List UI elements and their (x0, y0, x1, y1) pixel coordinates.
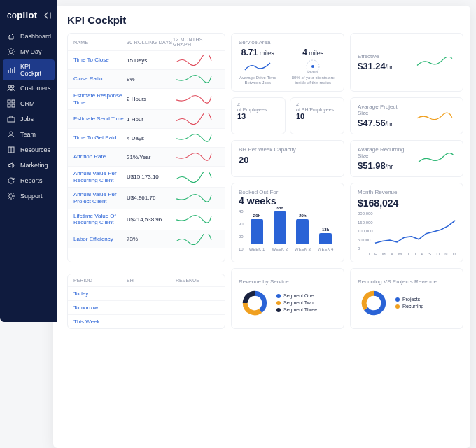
legend-item: Segment Two (276, 300, 317, 305)
sidebar-item-label: Jobs (20, 115, 34, 122)
sparkline (173, 151, 215, 162)
kpi-row[interactable]: Labor Efficiency73% (68, 230, 225, 248)
card-title: Avarage Project Size (358, 104, 410, 116)
column-header: 12 MONTHS GRAPH (173, 37, 220, 47)
kpi-row[interactable]: Estimate Response Time2 Hours (68, 88, 225, 109)
nav: DashboardMy DayKPI CockpitCustomersCRMJo… (0, 29, 57, 204)
booked-out-card: Booked Out For 4 weeks 40302010 29hWEEK … (231, 183, 344, 262)
kpi-value: 8% (127, 76, 173, 83)
kpi-name: Lifetime Value Of Recurring Client (74, 213, 127, 226)
sidebar-item-label: Resources (20, 146, 50, 153)
period-row[interactable]: Today (68, 286, 225, 300)
sidebar-item-reports[interactable]: Reports (0, 173, 57, 188)
chart-icon (7, 66, 15, 74)
sparkline (173, 74, 215, 85)
bar-col: 29hWEEK 3 (295, 214, 311, 251)
kpi-name: Estimate Send Time (74, 115, 127, 122)
briefcase-icon (7, 115, 15, 123)
card-title: BH Per Week Capacity (239, 146, 337, 153)
sidebar-item-label: CRM (20, 100, 35, 107)
sidebar-item-marketing[interactable]: Marketing (0, 158, 57, 173)
column-header: NAME (74, 40, 127, 45)
sidebar-item-customers[interactable]: Customers (0, 80, 57, 96)
collapse-sidebar-icon[interactable] (42, 10, 52, 20)
book-icon (7, 146, 15, 154)
period-table: PERIODBHREVENUETodayTomorrowThis Week (67, 274, 225, 329)
sidebar-item-my-day[interactable]: My Day (0, 44, 57, 59)
service-area-sub-1: Avarage Drive Time Between Jobs (239, 76, 276, 85)
svg-point-8 (10, 132, 13, 134)
kpi-name: Estimate Response Time (74, 92, 127, 106)
svg-rect-4 (12, 100, 15, 103)
svg-text:Radius: Radius (307, 70, 318, 74)
svg-point-2 (11, 85, 14, 88)
sidebar-item-crm[interactable]: CRM (0, 96, 57, 111)
sidebar-item-team[interactable]: Team (0, 127, 57, 142)
gear-icon (7, 192, 15, 200)
svg-rect-5 (8, 104, 10, 107)
column-header: PERIOD (74, 278, 127, 283)
sidebar-item-dashboard[interactable]: Dashboard (0, 29, 57, 44)
legend-item: Segment Three (276, 307, 317, 312)
kpi-row[interactable]: Estimate Send Time1 Hour (68, 109, 225, 128)
megaphone-icon (7, 161, 15, 169)
kpi-value: 4 Days (127, 135, 173, 141)
sidebar-item-label: My Day (20, 48, 42, 55)
sidebar-item-kpi-cockpit[interactable]: KPI Cockpit (3, 59, 55, 80)
kpi-value: 1 Hour (127, 116, 173, 122)
kpi-row[interactable]: Close Ratio8% (68, 69, 225, 88)
kpi-row[interactable]: Attrition Rate21%/Year (68, 147, 225, 166)
page-title: KPI Cockpit (67, 14, 461, 26)
svg-rect-7 (8, 118, 15, 122)
card-title: Revenue by Service (239, 279, 337, 285)
kpi-value: U$4,861.76 (127, 195, 173, 201)
avg-recurring-card: Avarage Recurring Size $51.98/hr (350, 140, 463, 177)
kpi-row[interactable]: Annual Value Per Project ClientU$4,861.7… (68, 187, 225, 208)
card-title: Service Area (239, 39, 337, 46)
sparkline (173, 192, 215, 204)
bar-col: 38hWEEK 2 (272, 206, 288, 252)
svg-point-10 (10, 195, 13, 197)
kpi-row[interactable]: Time To Close15 Days (68, 50, 225, 69)
kpi-row[interactable]: Time To Get Paid4 Days (68, 128, 225, 147)
avg-project-card: Avarage Project Size $47.56/hr (350, 97, 463, 134)
sparkline (173, 234, 215, 245)
kpi-table: NAME30 ROLLING DAYS12 MONTHS GRAPHTime T… (67, 33, 225, 262)
kpi-value: U$15,173.10 (127, 174, 173, 180)
kpi-name: Annual Value Per Recurring Client (74, 170, 127, 183)
period-row[interactable]: This Week (68, 314, 225, 328)
sparkline (173, 94, 215, 105)
svg-rect-3 (8, 100, 10, 103)
home-icon (7, 32, 15, 41)
column-header: BH (127, 278, 176, 283)
card-title: Month Revenue (358, 189, 456, 195)
svg-point-1 (8, 85, 11, 88)
main: KPI Cockpit NAME30 ROLLING DAYS12 MONTHS… (53, 6, 470, 448)
kpi-row[interactable]: Lifetime Value Of Recurring ClientU$214,… (68, 209, 225, 230)
service-area-val-2: 4 (302, 48, 307, 57)
service-area-val-1: 8.71 (241, 48, 258, 57)
service-area-sub-2: 80% of your clients are inside of this r… (289, 76, 337, 85)
sidebar-item-resources[interactable]: Resources (0, 142, 57, 158)
sidebar: copilot DashboardMy DayKPI CockpitCustom… (0, 0, 57, 322)
sun-icon (7, 48, 15, 56)
kpi-value: U$214,538.96 (127, 216, 173, 223)
recurring-vs-projects-card: Recurring VS Projects Revenue ProjectsRe… (350, 268, 463, 329)
legend-item: Projects (396, 297, 424, 302)
users-icon (7, 84, 15, 92)
user-icon (7, 130, 15, 139)
effective-card: Effective $31.24/hr (350, 33, 463, 92)
sidebar-item-label: Support (20, 192, 43, 200)
sidebar-item-label: Dashboard (20, 33, 51, 40)
sidebar-item-jobs[interactable]: Jobs (0, 111, 57, 127)
sidebar-item-label: Reports (20, 177, 43, 184)
column-header: REVENUE (176, 278, 225, 283)
revenue-by-service-card: Revenue by Service Segment OneSegment Tw… (231, 268, 344, 329)
kpi-row[interactable]: Annual Value Per Recurring ClientU$15,17… (68, 166, 225, 187)
legend-item: Recurring (396, 304, 424, 309)
month-revenue-card: Month Revenue $168,024 200,000150,000100… (350, 183, 463, 262)
cycle-icon (7, 176, 15, 185)
period-row[interactable]: Tomorrow (68, 300, 225, 314)
sidebar-item-support[interactable]: Support (0, 188, 57, 204)
kpi-value: 73% (127, 236, 173, 242)
